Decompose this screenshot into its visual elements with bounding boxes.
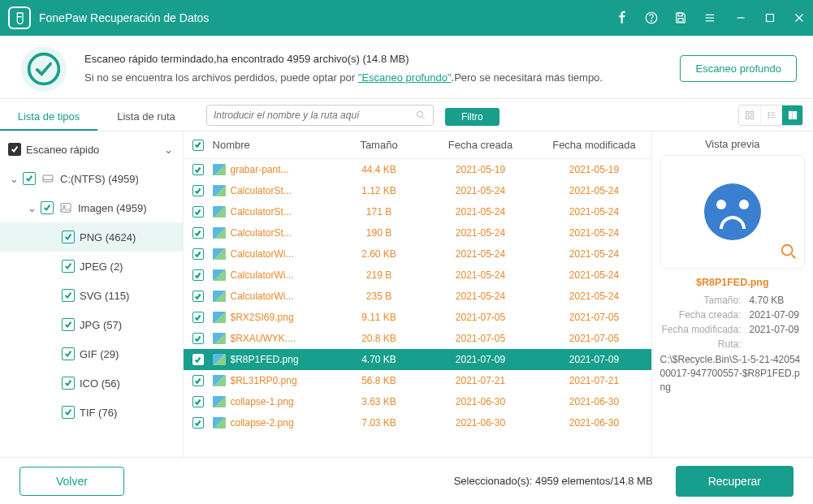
col-modified[interactable]: Fecha modificada bbox=[538, 139, 651, 151]
checkbox-icon[interactable] bbox=[62, 289, 75, 302]
tree-type-label: PNG (4624) bbox=[80, 231, 136, 243]
tab-type-list[interactable]: Lista de tipos bbox=[0, 102, 97, 131]
table-row[interactable]: CalculatorWi... 2.60 KB 2021-05-24 2021-… bbox=[184, 243, 651, 265]
chevron-down-icon[interactable]: ⌄ bbox=[24, 202, 39, 214]
tree-type-label: GIF (29) bbox=[80, 348, 119, 360]
save-icon[interactable] bbox=[672, 9, 690, 27]
tree-image-group[interactable]: ⌄ Imagen (4959) bbox=[0, 193, 183, 222]
row-checkbox[interactable] bbox=[192, 312, 204, 323]
minimize-button[interactable] bbox=[732, 9, 750, 27]
row-checkbox[interactable] bbox=[192, 269, 204, 281]
chevron-down-icon[interactable]: ⌄ bbox=[6, 173, 21, 185]
row-checkbox[interactable] bbox=[192, 354, 204, 365]
view-detail-button[interactable] bbox=[781, 106, 802, 125]
back-button[interactable]: Volver bbox=[19, 467, 124, 496]
checkbox-icon[interactable] bbox=[23, 172, 36, 185]
tree-type-item[interactable]: TIF (76) bbox=[0, 398, 183, 427]
table-row[interactable]: $RXAUWYK.... 20.8 KB 2021-07-05 2021-07-… bbox=[184, 328, 651, 349]
tree-type-item[interactable]: JPEG (2) bbox=[0, 252, 183, 281]
checkbox-icon[interactable] bbox=[62, 230, 75, 243]
tree-type-label: SVG (115) bbox=[80, 290, 129, 302]
row-checkbox[interactable] bbox=[192, 417, 204, 429]
table-row[interactable]: CalculatorSt... 190 B 2021-05-24 2021-05… bbox=[184, 222, 651, 243]
file-created: 2021-07-05 bbox=[424, 333, 538, 344]
zoom-icon[interactable] bbox=[780, 243, 798, 263]
file-modified: 2021-05-24 bbox=[538, 206, 651, 218]
row-checkbox[interactable] bbox=[192, 375, 204, 386]
filter-button[interactable]: Filtro bbox=[445, 108, 499, 126]
checkbox-icon[interactable] bbox=[62, 347, 75, 360]
maximize-button[interactable] bbox=[761, 9, 779, 27]
checkbox-icon[interactable] bbox=[8, 143, 21, 156]
table-row[interactable]: $RX2SI69.png 9.11 KB 2021-07-05 2021-07-… bbox=[184, 307, 651, 328]
tree-type-item[interactable]: PNG (4624) bbox=[0, 222, 183, 252]
svg-rect-18 bbox=[750, 116, 754, 119]
image-icon bbox=[58, 201, 73, 214]
row-checkbox[interactable] bbox=[192, 185, 204, 196]
view-list-button[interactable] bbox=[760, 106, 781, 125]
file-thumb-icon bbox=[213, 291, 226, 302]
checkbox-icon[interactable] bbox=[62, 406, 75, 419]
file-name: CalculatorWi... bbox=[231, 291, 294, 302]
view-grid-button[interactable] bbox=[739, 106, 760, 125]
file-thumb-icon bbox=[213, 269, 226, 281]
row-checkbox[interactable] bbox=[192, 333, 204, 344]
tree-type-item[interactable]: ICO (56) bbox=[0, 368, 183, 398]
checkbox-icon[interactable] bbox=[62, 260, 75, 273]
tree-type-label: JPG (57) bbox=[80, 319, 122, 331]
file-size: 1.12 KB bbox=[335, 185, 424, 196]
deep-scan-link[interactable]: "Escaneo profundo" bbox=[358, 71, 452, 84]
select-all-checkbox[interactable] bbox=[192, 140, 204, 151]
col-size[interactable]: Tamaño bbox=[335, 139, 424, 151]
file-modified: 2021-05-24 bbox=[538, 291, 651, 302]
scan-hint: Si no se encuentra los archivos perdidos… bbox=[84, 69, 680, 87]
row-checkbox[interactable] bbox=[192, 206, 204, 218]
toolbar: Lista de tipos Lista de ruta Filtro bbox=[0, 99, 813, 131]
row-checkbox[interactable] bbox=[192, 291, 204, 302]
table-row[interactable]: CalculatorWi... 219 B 2021-05-24 2021-05… bbox=[184, 265, 651, 286]
row-checkbox[interactable] bbox=[192, 164, 204, 175]
checkbox-icon[interactable] bbox=[41, 201, 54, 214]
help-icon[interactable] bbox=[642, 9, 660, 27]
tree-type-item[interactable]: GIF (29) bbox=[0, 339, 183, 368]
preview-created-val: 2021-07-09 bbox=[750, 309, 799, 321]
file-created: 2021-07-21 bbox=[424, 375, 538, 386]
col-name[interactable]: Nombre bbox=[213, 139, 335, 151]
tab-path-list[interactable]: Lista de ruta bbox=[97, 102, 195, 131]
checkbox-icon[interactable] bbox=[62, 377, 75, 390]
row-checkbox[interactable] bbox=[192, 248, 204, 260]
search-field[interactable] bbox=[206, 105, 434, 126]
tree-type-item[interactable]: JPG (57) bbox=[0, 310, 183, 339]
recover-button[interactable]: Recuperar bbox=[676, 466, 794, 497]
file-size: 9.11 KB bbox=[335, 312, 424, 323]
file-modified: 2021-06-30 bbox=[538, 396, 651, 407]
table-row[interactable]: grabar-pant... 44.4 KB 2021-05-19 2021-0… bbox=[184, 159, 651, 180]
table-row[interactable]: CalculatorWi... 235 B 2021-05-24 2021-05… bbox=[184, 286, 651, 307]
titlebar: FonePaw Recuperación de Datos bbox=[0, 0, 813, 36]
search-input[interactable] bbox=[214, 110, 415, 121]
table-row[interactable]: $RL31RP0.png 56.8 KB 2021-07-21 2021-07-… bbox=[184, 370, 651, 391]
table-row[interactable]: collapse-2.png 7.03 KB 2021-06-30 2021-0… bbox=[184, 412, 651, 433]
preview-box bbox=[660, 155, 805, 269]
table-row[interactable]: collapse-1.png 3.63 KB 2021-06-30 2021-0… bbox=[184, 391, 651, 412]
tree-type-item[interactable]: SVG (115) bbox=[0, 281, 183, 310]
facebook-icon[interactable] bbox=[613, 9, 631, 27]
table-row[interactable]: $R8P1FED.png 4.70 KB 2021-07-09 2021-07-… bbox=[184, 349, 651, 370]
checkbox-icon[interactable] bbox=[62, 318, 75, 331]
deep-scan-button[interactable]: Escaneo profundo bbox=[680, 55, 797, 82]
svg-line-14 bbox=[422, 117, 425, 119]
row-checkbox[interactable] bbox=[192, 227, 204, 239]
tree-scan-header[interactable]: Escaneo rápido ⌄ bbox=[0, 135, 183, 164]
row-checkbox[interactable] bbox=[192, 396, 204, 407]
menu-icon[interactable] bbox=[701, 9, 719, 27]
file-thumb-icon bbox=[213, 206, 226, 218]
col-created[interactable]: Fecha creada bbox=[424, 139, 538, 151]
table-row[interactable]: CalculatorSt... 171 B 2021-05-24 2021-05… bbox=[184, 201, 651, 222]
file-size: 56.8 KB bbox=[335, 375, 424, 386]
table-row[interactable]: CalculatorSt... 1.12 KB 2021-05-24 2021-… bbox=[184, 180, 651, 201]
svg-point-2 bbox=[651, 20, 652, 21]
file-name: collapse-2.png bbox=[231, 417, 294, 429]
close-button[interactable] bbox=[790, 9, 808, 27]
tree-drive[interactable]: ⌄ C:(NTFS) (4959) bbox=[0, 164, 183, 193]
preview-path-key: Ruta: bbox=[660, 338, 742, 350]
